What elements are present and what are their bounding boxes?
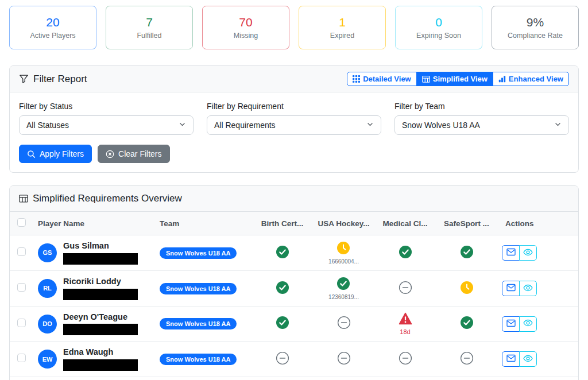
stat-card-missing: 70Missing: [202, 6, 289, 49]
view-player-button[interactable]: [519, 281, 537, 296]
select-all-checkbox[interactable]: [17, 218, 26, 227]
dash-circle-icon: [276, 351, 289, 367]
row-checkbox-cell: [10, 271, 33, 307]
dash-circle-icon: [337, 316, 351, 332]
team-badge: Snow Wolves U18 AA: [160, 247, 237, 259]
stat-label: Fulfilled: [137, 32, 161, 40]
dash-circle-icon: [399, 351, 412, 367]
status-fulfilled: [460, 245, 474, 261]
simplified-view-button[interactable]: Simplified View: [416, 72, 493, 86]
status-cell-1: [313, 342, 374, 377]
column-header-player-name: Player Name: [33, 212, 155, 235]
row-checkbox[interactable]: [17, 354, 26, 362]
avatar: RL: [38, 279, 57, 298]
filter-by-requirement-select[interactable]: All Requirements: [207, 115, 381, 135]
player-info: Deeyn O'Teague: [63, 312, 138, 335]
view-player-button[interactable]: [519, 316, 537, 332]
avatar: DO: [38, 315, 57, 334]
status-cell-1: [313, 307, 374, 342]
view-player-button[interactable]: [519, 245, 537, 261]
send-email-button[interactable]: [502, 245, 520, 261]
row-checkbox[interactable]: [17, 283, 26, 292]
player-name: Ricoriki Loddy: [63, 277, 138, 286]
stat-card-expired: 1Expired: [299, 6, 386, 49]
detailed-view-button[interactable]: Detailed View: [347, 72, 417, 86]
team-cell: Snow Wolves U18 AA: [155, 235, 252, 271]
table-row: VRVeronike RavenscroftSnow Wolves U18 AA: [10, 377, 578, 380]
stat-value: 1: [339, 15, 346, 29]
actions-cell: [497, 342, 578, 377]
actions-cell: [497, 235, 578, 271]
send-email-button[interactable]: [502, 281, 520, 296]
status-fulfilled: [460, 316, 474, 332]
status-fulfilled: 12360819...: [328, 277, 359, 300]
player-name-cell: GSGus Silman: [33, 235, 155, 271]
player-info: Edna Waugh: [63, 347, 138, 370]
requirements-table-title-text: Simplified Requirements Overview: [33, 193, 182, 204]
envelope-icon: [506, 284, 516, 293]
status-cell-2: 18d: [374, 307, 436, 342]
filter-by-requirement-label: Filter by Requirement: [207, 102, 381, 111]
player-info: Gus Silman: [63, 241, 138, 264]
action-group: [502, 316, 537, 332]
stat-value: 7: [146, 15, 153, 29]
envelope-icon: [506, 354, 516, 364]
filter-by-team-field: Filter by TeamSnow Wolves U18 AA: [394, 102, 569, 135]
filter-by-team-label: Filter by Team: [394, 102, 569, 111]
player: DODeeyn O'Teague: [38, 312, 150, 335]
filter-by-status-select[interactable]: All Statuses: [19, 115, 194, 135]
status-cell-3: [436, 342, 497, 377]
clock-icon: [336, 241, 350, 257]
status-note: 18d: [400, 328, 410, 335]
check-circle-icon: [399, 245, 412, 261]
send-email-button[interactable]: [502, 316, 520, 332]
status-cell-1: 12360819...: [313, 271, 374, 307]
x-circle-icon: [106, 150, 114, 158]
clear-filters-label: Clear Filters: [118, 149, 161, 158]
send-email-button[interactable]: [502, 351, 520, 367]
filter-by-status-value: All Statuses: [26, 121, 69, 130]
column-header-medical-cl: Medical Cl...: [374, 212, 436, 235]
funnel-icon: [19, 74, 29, 84]
status-cell-2: [374, 271, 436, 307]
player: EWEdna Waugh: [38, 347, 150, 370]
column-header-birth-cert: Birth Cert...: [252, 212, 313, 235]
filter-by-team-select[interactable]: Snow Wolves U18 AA: [394, 115, 569, 135]
apply-filters-button[interactable]: Apply Filters: [19, 145, 92, 163]
filter-by-team-value: Snow Wolves U18 AA: [402, 121, 480, 130]
filter-fields: Filter by StatusAll StatusesFilter by Re…: [19, 102, 569, 135]
stat-value: 20: [46, 15, 59, 29]
row-checkbox[interactable]: [17, 319, 26, 327]
check-circle-icon: [276, 281, 289, 297]
status-fulfilled: [276, 245, 289, 261]
detailed-view-label: Detailed View: [363, 75, 411, 83]
table-row: GSGus SilmanSnow Wolves U18 AA16660004..…: [10, 235, 578, 271]
status-cell-3: [436, 271, 497, 307]
status-none: [337, 351, 351, 367]
view-player-button[interactable]: [519, 351, 537, 367]
status-cell-3: [436, 377, 497, 380]
status-fulfilled: [399, 245, 412, 261]
status-note: 16660004...: [328, 258, 359, 265]
status-cell-0: [252, 307, 313, 342]
team-badge: Snow Wolves U18 AA: [160, 283, 237, 294]
status-warning: 18d: [399, 312, 412, 335]
filter-by-status-field: Filter by StatusAll Statuses: [19, 102, 194, 135]
stats-row: 20Active Players7Fulfilled70Missing1Expi…: [9, 6, 579, 49]
filter-report-title: Filter Report: [19, 73, 87, 85]
clear-filters-button[interactable]: Clear Filters: [98, 145, 169, 163]
row-checkbox[interactable]: [17, 247, 26, 256]
stat-card-fulfilled: 7Fulfilled: [106, 6, 193, 49]
player: RLRicoriki Loddy: [38, 277, 150, 300]
player-name: Deeyn O'Teague: [63, 312, 138, 322]
compliance-dashboard: 20Active Players7Fulfilled70Missing1Expi…: [0, 0, 588, 380]
dash-circle-icon: [460, 351, 474, 367]
filter-report-title-text: Filter Report: [33, 73, 87, 85]
status-cell-3: [436, 307, 497, 342]
redacted-text: [63, 289, 138, 300]
enhanced-view-button[interactable]: Enhanced View: [493, 72, 569, 86]
actions-cell: [497, 307, 578, 342]
check-circle-icon: [276, 245, 289, 261]
view-toggle-group: Detailed ViewSimplified ViewEnhanced Vie…: [347, 72, 569, 86]
column-header-safesport: SafeSport ...: [436, 212, 497, 235]
